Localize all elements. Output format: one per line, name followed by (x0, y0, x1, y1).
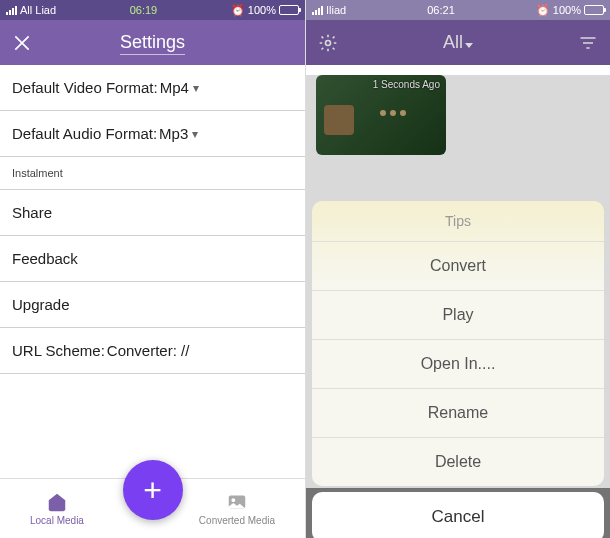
action-sheet-overlay[interactable]: Tips Convert Play Open In.... Rename Del… (306, 75, 610, 538)
battery-percent: 100% (553, 4, 581, 16)
value: Mp4 (160, 79, 189, 96)
clock: 06:21 (346, 4, 536, 16)
cancel-button[interactable]: Cancel (312, 492, 604, 538)
label: Upgrade (12, 296, 70, 313)
add-button[interactable]: + (123, 460, 183, 520)
alarm-icon: ⏰ (231, 4, 245, 17)
row-audio-format[interactable]: Default Audio Format: Mp3 ▾ (0, 111, 305, 157)
label: Default Audio Format: (12, 125, 157, 142)
action-open-in[interactable]: Open In.... (312, 340, 604, 389)
sheet-title: Tips (312, 201, 604, 242)
row-feedback[interactable]: Feedback (0, 236, 305, 282)
media-screen: Iliad 06:21 ⏰ 100% All 1 Seconds Ago Loc… (305, 0, 610, 538)
row-instalment[interactable]: Instalment (0, 157, 305, 190)
settings-list: Default Video Format: Mp4 ▾ Default Audi… (0, 65, 305, 374)
action-sheet: Tips Convert Play Open In.... Rename Del… (312, 201, 604, 486)
action-delete[interactable]: Delete (312, 438, 604, 486)
chevron-down-icon (465, 43, 473, 48)
svg-point-2 (326, 40, 331, 45)
nav-bar: All (306, 20, 610, 65)
tab-local-media[interactable]: Local Media (30, 491, 84, 526)
clock: 06:19 (56, 4, 231, 16)
nav-bar: Settings (0, 20, 305, 65)
settings-icon[interactable] (318, 33, 338, 53)
signal-icon (312, 6, 323, 15)
label: Default Video Format: (12, 79, 158, 96)
status-bar: All Liad 06:19 ⏰ 100% (0, 0, 305, 20)
filter-dropdown[interactable]: All (306, 32, 610, 53)
settings-screen: All Liad 06:19 ⏰ 100% Settings Default V… (0, 0, 305, 538)
carrier-label: All Liad (20, 4, 56, 16)
label: URL Scheme: (12, 342, 105, 359)
label: Share (12, 204, 52, 221)
chevron-down-icon: ▾ (193, 81, 199, 95)
row-video-format[interactable]: Default Video Format: Mp4 ▾ (0, 65, 305, 111)
tab-label: Local Media (30, 515, 84, 526)
tab-label: Converted Media (199, 515, 275, 526)
action-rename[interactable]: Rename (312, 389, 604, 438)
label: Instalment (12, 167, 63, 179)
carrier-label: Iliad (326, 4, 346, 16)
battery-percent: 100% (248, 4, 276, 16)
battery-icon (279, 5, 299, 15)
page-title: Settings (120, 32, 185, 55)
signal-icon (6, 6, 17, 15)
row-share[interactable]: Share (0, 190, 305, 236)
row-url-scheme[interactable]: URL Scheme: Converter: // (0, 328, 305, 374)
svg-point-1 (231, 498, 235, 502)
chevron-down-icon: ▾ (192, 127, 198, 141)
action-play[interactable]: Play (312, 291, 604, 340)
status-bar: Iliad 06:21 ⏰ 100% (306, 0, 610, 20)
battery-icon (584, 5, 604, 15)
action-convert[interactable]: Convert (312, 242, 604, 291)
value: Converter: // (107, 342, 190, 359)
alarm-icon: ⏰ (536, 4, 550, 17)
filter-icon[interactable] (578, 33, 598, 53)
close-icon[interactable] (12, 33, 32, 53)
tab-converted-media[interactable]: Converted Media (199, 491, 275, 526)
plus-icon: + (143, 472, 162, 509)
content-area: 1 Seconds Ago Local Media Converted Medi… (306, 75, 610, 538)
value: Mp3 (159, 125, 188, 142)
row-upgrade[interactable]: Upgrade (0, 282, 305, 328)
label: Feedback (12, 250, 78, 267)
